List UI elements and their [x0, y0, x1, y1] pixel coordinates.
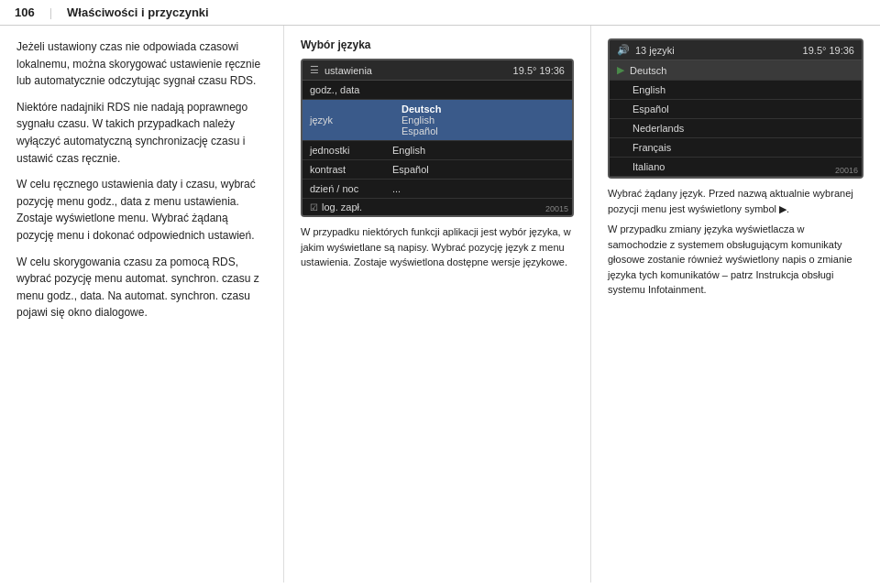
lang-item-0[interactable]: ▶ Deutsch	[610, 60, 862, 81]
lang-name-1: English	[632, 84, 666, 95]
right-caption-para-1: W przypadku zmiany języka wyświetlacza w…	[608, 222, 864, 298]
lang-arrow-0: ▶	[617, 64, 624, 76]
lang-item-4[interactable]: Français	[610, 138, 862, 158]
left-para-1: Jeżeli ustawiony czas nie odpowiada czas…	[16, 38, 267, 90]
lang-name-0: Deutsch	[630, 65, 666, 76]
screen-info-middle: 19.5° 19:36	[513, 65, 565, 76]
middle-screen: ☰ ustawienia 19.5° 19:36 godz., data jęz…	[301, 59, 574, 217]
right-screen: 🔊 13 języki 19.5° 19:36 ▶ Deutsch Englis…	[608, 38, 864, 179]
menu-value-2: English	[392, 145, 425, 156]
checkbox-icon: ☑	[310, 202, 318, 212]
menu-label-2: jednostki	[310, 145, 383, 156]
lang-name-3: Nederlands	[632, 123, 684, 134]
screen-info-right: 19.5° 19:36	[803, 45, 854, 56]
screen-title-middle: ustawienia	[324, 65, 372, 76]
content-area: Jeżeli ustawiony czas nie odpowiada czas…	[0, 26, 880, 583]
menu-row-4[interactable]: dzień / noc ...	[302, 180, 572, 199]
left-para-2: Niektóre nadajniki RDS nie nadają popraw…	[16, 99, 267, 167]
left-para-4: W celu skorygowania czasu za pomocą RDS,…	[16, 254, 267, 321]
lang-item-1[interactable]: English	[610, 81, 862, 100]
language-list: ▶ Deutsch English Español Nederlands	[610, 60, 862, 177]
lang-name-2: Español	[632, 103, 669, 114]
screen-menu: godz., data język Deutsch English Españo…	[302, 81, 572, 215]
page-number: 106	[15, 5, 35, 19]
menu-row-0[interactable]: godz., data	[302, 81, 572, 100]
screen-header-middle: ☰ ustawienia 19.5° 19:36	[302, 60, 572, 81]
lang-item-2[interactable]: Español	[610, 100, 862, 119]
lang-item-3[interactable]: Nederlands	[610, 119, 862, 138]
lang-name-4: Français	[632, 142, 671, 153]
menu-value-english: English	[402, 114, 441, 125]
left-para-3: W celu ręcznego ustawienia daty i czasu,…	[16, 176, 267, 244]
image-number-right: 20016	[835, 166, 858, 175]
page-title: Właściwości i przyczynki	[67, 5, 209, 19]
screen-icon-right: 🔊	[617, 44, 630, 56]
menu-value-deutsch: Deutsch	[402, 103, 441, 114]
image-number-middle: 20015	[545, 204, 568, 213]
checkbox-row[interactable]: ☑ log. zapł.	[302, 199, 572, 215]
menu-value-3: Español	[392, 164, 429, 175]
screen-title-right: 13 języki	[635, 45, 675, 56]
middle-section-title: Wybór języka	[301, 38, 574, 51]
checkbox-label: log. zapł.	[322, 201, 362, 212]
page-header: 106 | Właściwości i przyczynki	[0, 0, 880, 26]
menu-row-2[interactable]: jednostki English	[302, 141, 572, 160]
right-column: 🔊 13 języki 19.5° 19:36 ▶ Deutsch Englis…	[591, 26, 880, 583]
menu-value-espanol: Español	[402, 125, 441, 136]
menu-value-4: ...	[392, 183, 401, 194]
menu-label-0: godz., data	[310, 84, 383, 95]
menu-label-4: dzień / noc	[310, 183, 383, 194]
middle-caption: W przypadku niektórych funkcji aplikacji…	[301, 224, 574, 270]
lang-item-5[interactable]: Italiano	[610, 158, 862, 177]
middle-caption-para-0: W przypadku niektórych funkcji aplikacji…	[301, 224, 574, 270]
menu-label-3: kontrast	[310, 164, 383, 175]
screen-nav-icon: ☰	[310, 64, 319, 76]
menu-row-3[interactable]: kontrast Español	[302, 160, 572, 180]
menu-row-1[interactable]: język Deutsch English Español	[302, 100, 572, 141]
middle-column: Wybór języka ☰ ustawienia 19.5° 19:36 go…	[284, 26, 591, 583]
lang-name-5: Italiano	[632, 161, 665, 172]
menu-label-1: język	[310, 114, 383, 125]
left-column: Jeżeli ustawiony czas nie odpowiada czas…	[0, 26, 284, 583]
right-caption: Wybrać żądany język. Przed nazwą aktualn…	[608, 186, 864, 298]
right-caption-para-0: Wybrać żądany język. Przed nazwą aktualn…	[608, 186, 864, 216]
screen-header-right: 🔊 13 języki 19.5° 19:36	[610, 40, 862, 60]
